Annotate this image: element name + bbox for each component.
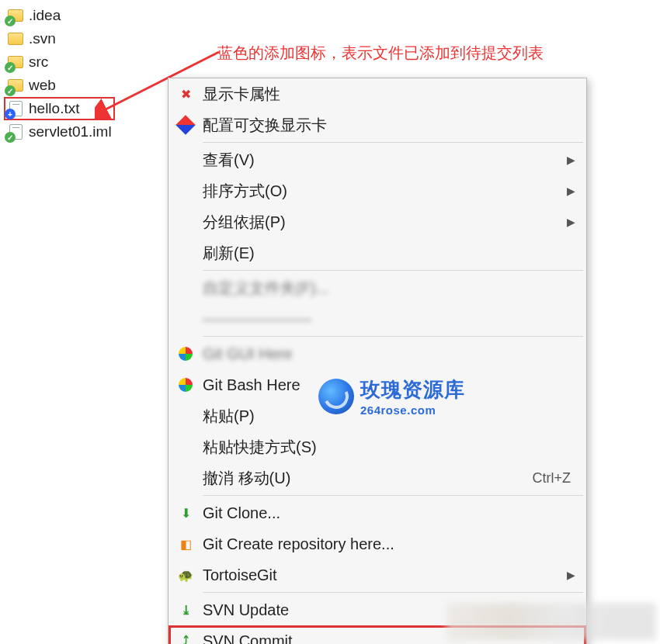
file-label: hello.txt xyxy=(29,100,79,117)
menu-label: 粘贴(P) xyxy=(203,406,575,427)
file-item-servlet-iml[interactable]: ✓ servlet01.iml xyxy=(4,120,115,144)
menu-label: Git Clone... xyxy=(203,504,575,522)
menu-label: 配置可交换显示卡 xyxy=(203,115,575,136)
file-item-src[interactable]: ✓ src xyxy=(4,50,115,74)
menu-item-paste-shortcut[interactable]: 粘贴快捷方式(S) xyxy=(168,431,586,462)
menu-shortcut: Ctrl+Z xyxy=(533,470,571,486)
menu-item-git-bash[interactable]: Git Bash Here xyxy=(168,369,586,400)
switchable-gpu-icon xyxy=(175,115,195,134)
menu-label: Git GUI Here xyxy=(203,345,575,363)
text-file-icon: ✓ xyxy=(7,123,24,140)
menu-label: 显示卡属性 xyxy=(203,84,575,105)
git-create-icon: ◧ xyxy=(177,535,194,552)
menu-label: 排序方式(O) xyxy=(203,181,567,202)
menu-label: 分组依据(P) xyxy=(203,212,567,233)
file-item-hello-txt[interactable]: + hello.txt xyxy=(4,97,115,120)
menu-item-obscured[interactable]: 自定义文件夹(F)... xyxy=(168,272,586,303)
svn-normal-overlay-icon: ✓ xyxy=(5,85,16,96)
menu-item-obscured[interactable]: Git GUI Here xyxy=(168,338,586,369)
file-list: ✓ .idea .svn ✓ src ✓ web + hello.txt ✓ s… xyxy=(4,4,115,144)
gpu-properties-icon: ✖ xyxy=(177,85,194,102)
svn-normal-overlay-icon: ✓ xyxy=(5,16,16,26)
menu-separator xyxy=(203,270,583,271)
file-label: servlet01.iml xyxy=(29,123,112,140)
menu-label: 刷新(E) xyxy=(203,243,575,264)
menu-item-undo-move[interactable]: 撤消 移动(U) Ctrl+Z xyxy=(168,462,586,493)
menu-separator xyxy=(203,495,583,496)
obscured-region xyxy=(446,603,656,640)
svn-update-icon: ⤓ xyxy=(177,601,194,618)
menu-item-tortoisegit[interactable]: 🐢 TortoiseGit ▶ xyxy=(168,559,586,590)
file-label: web xyxy=(29,77,56,94)
tortoisegit-icon: 🐢 xyxy=(177,566,194,583)
folder-icon xyxy=(7,30,24,47)
menu-item-refresh[interactable]: 刷新(E) xyxy=(168,237,586,268)
menu-separator xyxy=(203,142,583,143)
git-clone-icon: ⬇ xyxy=(177,504,194,521)
menu-label: ——————— xyxy=(203,310,575,328)
folder-icon: ✓ xyxy=(7,7,24,24)
menu-item-group[interactable]: 分组依据(P) ▶ xyxy=(168,206,586,237)
file-label: src xyxy=(29,54,48,71)
folder-icon: ✓ xyxy=(7,54,24,71)
menu-label: 撤消 移动(U) xyxy=(203,468,533,489)
menu-item-view[interactable]: 查看(V) ▶ xyxy=(168,144,586,175)
file-item-svn[interactable]: .svn xyxy=(4,27,115,50)
git-icon xyxy=(179,378,193,392)
context-menu: ✖ 显示卡属性 配置可交换显示卡 查看(V) ▶ 排序方式(O) ▶ 分组依据(… xyxy=(168,78,587,644)
folder-icon: ✓ xyxy=(7,77,24,94)
menu-item-switchable-gpu[interactable]: 配置可交换显示卡 xyxy=(168,109,586,140)
file-item-web[interactable]: ✓ web xyxy=(4,74,115,97)
svn-added-overlay-icon: + xyxy=(5,109,16,119)
menu-item-git-clone[interactable]: ⬇ Git Clone... xyxy=(168,497,586,528)
svn-normal-overlay-icon: ✓ xyxy=(5,62,16,73)
menu-item-paste[interactable]: 粘贴(P) xyxy=(168,400,586,431)
git-icon xyxy=(179,347,193,361)
menu-item-obscured[interactable]: ——————— xyxy=(168,303,586,334)
submenu-arrow-icon: ▶ xyxy=(567,569,575,581)
svn-commit-icon: ⤴ xyxy=(177,632,194,644)
menu-item-sort[interactable]: 排序方式(O) ▶ xyxy=(168,175,586,206)
menu-label: TortoiseGit xyxy=(203,566,567,584)
menu-separator xyxy=(203,592,583,593)
menu-label: 查看(V) xyxy=(203,150,567,171)
menu-item-git-create-repo[interactable]: ◧ Git Create repository here... xyxy=(168,528,586,559)
submenu-arrow-icon: ▶ xyxy=(567,216,575,228)
file-label: .idea xyxy=(29,7,61,24)
menu-label: Git Create repository here... xyxy=(203,535,575,553)
menu-label: 自定义文件夹(F)... xyxy=(203,278,575,299)
menu-label: Git Bash Here xyxy=(203,376,575,394)
submenu-arrow-icon: ▶ xyxy=(567,185,575,197)
svn-normal-overlay-icon: ✓ xyxy=(5,132,16,143)
submenu-arrow-icon: ▶ xyxy=(567,154,575,166)
annotation-text: 蓝色的添加图标，表示文件已添加到待提交列表 xyxy=(217,43,544,64)
text-file-icon: + xyxy=(7,100,24,117)
menu-label: 粘贴快捷方式(S) xyxy=(203,437,575,458)
menu-separator xyxy=(203,336,583,337)
file-item-idea[interactable]: ✓ .idea xyxy=(4,4,115,27)
menu-item-gpu-properties[interactable]: ✖ 显示卡属性 xyxy=(168,78,586,109)
file-label: .svn xyxy=(29,30,56,47)
